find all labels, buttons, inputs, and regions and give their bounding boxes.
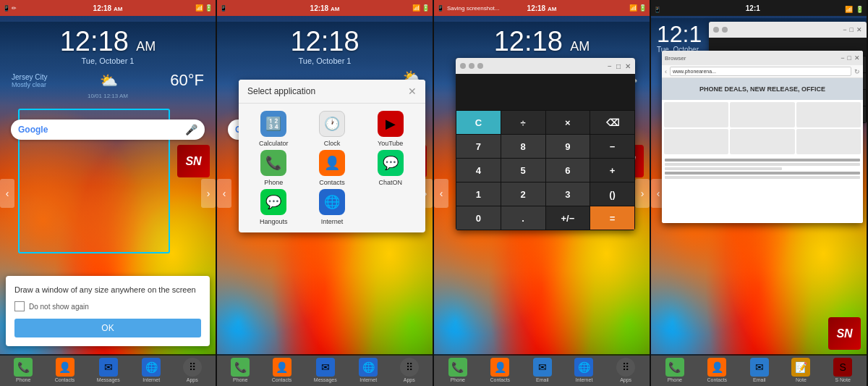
dock-apps-3[interactable]: ⠿ Apps [616, 358, 635, 382]
dock-internet-3[interactable]: 🌐 Internet [574, 358, 593, 382]
internet-icon-1: 🌐 [142, 358, 161, 377]
dock-contacts-3[interactable]: 👤 Contacts [490, 358, 511, 382]
notif-checkbox-1[interactable] [14, 301, 25, 311]
dock-internet-1[interactable]: 🌐 Internet [142, 358, 161, 382]
dock-snote-4[interactable]: S S Note [833, 358, 852, 382]
calc-btn-4-3[interactable]: 4 [456, 159, 501, 182]
calc-close-s-4[interactable]: ✕ [856, 26, 862, 33]
dock-contacts-2[interactable]: 👤 Contacts [272, 358, 292, 382]
nav-arrow-left-3[interactable]: ‹ [434, 179, 448, 208]
calc-minimize-3[interactable]: − [608, 62, 612, 70]
browser-min-4[interactable]: − [841, 54, 844, 62]
browser-max-4[interactable]: □ [848, 54, 851, 62]
browser-title-text-4: Browser [665, 55, 686, 62]
app-item-youtube[interactable]: ▶ YouTube [362, 111, 418, 147]
dock-phone-3[interactable]: 📞 Phone [448, 358, 467, 382]
status-time-2: 12:18 AM [310, 4, 340, 12]
browser-window-4: Browser − □ ✕ ‹ www.phonearena... ↻ PHON… [662, 51, 863, 223]
calc-btn-sign-3[interactable]: +/− [546, 206, 590, 230]
browser-article-6 [796, 129, 861, 154]
calc-btn-7-3[interactable]: 7 [456, 135, 501, 158]
nav-arrow-right-1[interactable]: › [201, 179, 216, 208]
dock-phone-1[interactable]: 📞 Phone [14, 358, 33, 382]
app-item-calculator[interactable]: 🔢 Calculator [246, 111, 302, 147]
dock-apps-1[interactable]: ⠿ Apps [183, 358, 202, 382]
browser-close-4[interactable]: ✕ [854, 54, 860, 62]
app-item-clock[interactable]: 🕐 Clock [305, 111, 360, 147]
dock-email-4[interactable]: ✉ Email [750, 358, 769, 382]
calc-btn-eq-3[interactable]: = [590, 206, 634, 230]
saving-screenshot-text: Saving screenshot... [447, 5, 499, 12]
calc-buttons-3: C ÷ × ⌫ 7 8 9 − 4 5 6 + 1 2 3 () 0 . +/−… [456, 110, 635, 230]
internet-app-label: Internet [321, 218, 344, 225]
dock-contacts-4[interactable]: 👤 Contacts [707, 358, 728, 382]
lock-time-value-2: 12:18 [290, 26, 359, 56]
select-app-close-button[interactable]: ✕ [408, 85, 417, 97]
calc-btn-paren-3[interactable]: () [590, 182, 634, 206]
calc-dot-1-3 [460, 63, 466, 69]
status-bar-3: 📱 Saving screenshot... 12:18 AM 📶 🔋 [434, 0, 650, 16]
calc-max-s-4[interactable]: □ [850, 26, 854, 33]
calc-btn-6-3[interactable]: 6 [546, 159, 590, 182]
nav-arrow-right-3[interactable]: › [635, 179, 650, 208]
browser-article-2 [730, 102, 794, 127]
dock-note-4[interactable]: 📝 Note [791, 358, 810, 382]
url-input-4[interactable]: www.phonearena... [670, 67, 851, 76]
dock-messages-1[interactable]: ✉ Messages [97, 358, 120, 382]
google-search-1[interactable]: Google 🎤 [11, 119, 205, 140]
calc-btn-2-3[interactable]: 2 [501, 182, 545, 206]
calc-btn-bksp-3[interactable]: ⌫ [590, 111, 634, 134]
dock-phone-4[interactable]: 📞 Phone [665, 358, 684, 382]
calc-btn-3-3[interactable]: 3 [546, 182, 590, 206]
internet-app-icon: 🌐 [319, 189, 345, 215]
select-app-title: Select application ✕ [239, 80, 425, 104]
browser-site-title-4: PHONE DEALS, NEW RELEASE, OFFICE [699, 85, 825, 93]
calc-display-3 [456, 74, 635, 110]
calc-btn-5-3[interactable]: 5 [501, 159, 545, 182]
calc-btn-sub-3[interactable]: − [590, 135, 634, 158]
calc-close-3[interactable]: ✕ [625, 62, 631, 70]
dock-email-label-3: Email [536, 377, 549, 382]
calc-btn-c-3[interactable]: C [456, 111, 501, 134]
dock-contacts-1[interactable]: 👤 Contacts [55, 358, 75, 382]
refresh-icon-4[interactable]: ↻ [854, 68, 860, 75]
calculator-icon: 🔢 [260, 111, 286, 137]
app-item-phone[interactable]: 📞 Phone [246, 150, 302, 186]
calc-btn-0-3[interactable]: 0 [456, 206, 501, 230]
calc-min-s-4[interactable]: − [843, 26, 846, 33]
calc-btn-8-3[interactable]: 8 [501, 135, 545, 158]
status-time-3: 12:18 AM [527, 4, 557, 12]
calc-btn-dot-3[interactable]: . [501, 206, 545, 230]
mic-icon-1[interactable]: 🎤 [185, 124, 197, 135]
bottom-dock-2: 📞 Phone 👤 Contacts ✉ Messages 🌐 Internet… [217, 354, 433, 386]
dock-phone-2[interactable]: 📞 Phone [231, 358, 250, 382]
ok-button-1[interactable]: OK [14, 319, 201, 337]
dock-email-3[interactable]: ✉ Email [533, 358, 552, 382]
nav-arrow-left-2[interactable]: ‹ [217, 179, 231, 208]
app-item-internet[interactable]: 🌐 Internet [305, 189, 360, 225]
status-time-1: 12:18 AM [93, 4, 123, 12]
snote-icon-4: S [833, 358, 852, 377]
nav-arrow-left-1[interactable]: ‹ [0, 179, 14, 208]
panel-1: 📱 ✏ 12:18 AM 📶 🔋 12:18 AM Tue, October 1… [0, 0, 217, 386]
dock-apps-2[interactable]: ⠿ Apps [400, 358, 419, 382]
back-icon-4[interactable]: ‹ [665, 68, 667, 75]
calc-maximize-3[interactable]: □ [616, 62, 621, 70]
calc-btn-1-3[interactable]: 1 [456, 182, 501, 206]
app-item-chaton[interactable]: 💬 ChatON [362, 150, 418, 186]
time-text-1: 12:18 [93, 4, 112, 12]
calc-btn-add-3[interactable]: + [590, 159, 634, 182]
app-item-hangouts[interactable]: 💬 Hangouts [246, 189, 302, 225]
phone-icon-1: 📞 [14, 358, 33, 377]
dock-contacts-label-4: Contacts [707, 377, 728, 382]
app-item-contacts[interactable]: 👤 Contacts [305, 150, 360, 186]
status-right-icons-4: 📶 🔋 [845, 1, 864, 14]
dock-internet-2[interactable]: 🌐 Internet [359, 358, 378, 382]
dock-messages-2[interactable]: ✉ Messages [314, 358, 337, 382]
text-line-3 [665, 167, 782, 170]
calc-btn-9-3[interactable]: 9 [546, 135, 590, 158]
calc-btn-mul-3[interactable]: × [546, 111, 590, 134]
calc-btn-div-3[interactable]: ÷ [501, 111, 545, 134]
dock-internet-label-2: Internet [359, 377, 377, 382]
dock-internet-label-1: Internet [142, 377, 160, 382]
